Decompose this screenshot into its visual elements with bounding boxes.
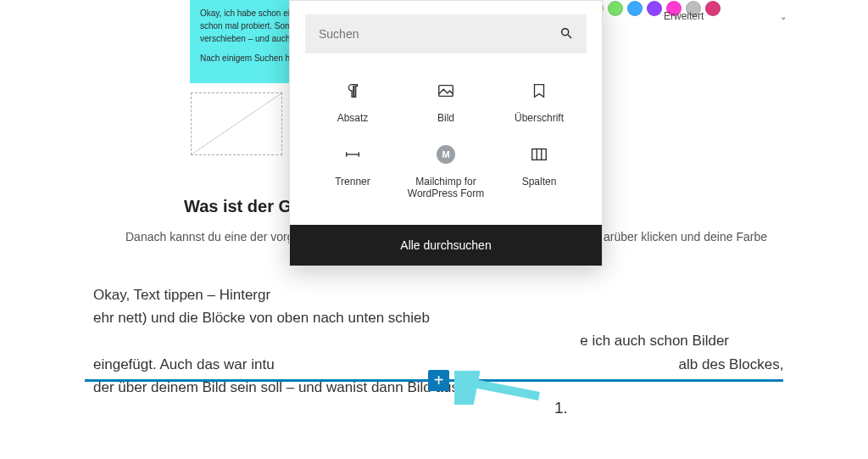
color-swatch[interactable] [705,1,721,16]
color-swatch[interactable] [627,1,643,16]
color-swatch[interactable] [608,1,623,16]
block-absatz[interactable]: Absatz [310,81,395,124]
subtext-right: arüber klicken und deine Farbe [604,230,767,243]
plus-icon: + [434,371,444,389]
block-label: Mailchimp for WordPress Form [403,176,488,199]
block-inserter-popover: Absatz Bild Überschrift Trenner M Mailch… [289,0,603,266]
block-label: Trenner [335,176,370,188]
image-placeholder[interactable] [191,92,282,155]
block-mailchimp[interactable]: M Mailchimp for WordPress Form [403,144,488,199]
block-ueberschrift[interactable]: Überschrift [497,81,581,124]
separator-icon [342,144,363,165]
svg-line-5 [568,35,571,38]
bookmark-icon [529,81,549,101]
image-icon [436,81,456,101]
chevron-down-icon[interactable]: ⌄ [780,12,787,21]
block-label: Absatz [337,112,369,124]
subtext-left: Danach kannst du eine der vorg [125,230,293,243]
block-spalten[interactable]: Spalten [497,144,581,199]
block-trenner[interactable]: Trenner [310,144,395,199]
annotation-label-1: 1. [554,399,568,417]
block-label: Spalten [522,176,557,188]
browse-all-button[interactable]: Alle durchsuchen [290,225,602,266]
block-label: Bild [437,112,454,124]
paragraph-icon [342,81,363,101]
columns-icon [529,144,549,165]
add-block-button[interactable]: + [428,370,449,391]
svg-rect-10 [532,149,547,160]
block-search-input[interactable] [319,27,559,41]
svg-point-4 [562,28,569,35]
block-label: Überschrift [515,112,564,124]
color-swatch[interactable] [647,1,662,16]
block-grid: Absatz Bild Überschrift Trenner M Mailch… [290,64,602,225]
block-bild[interactable]: Bild [403,81,488,124]
sidebar-advanced-label[interactable]: Erweitert [664,10,704,22]
search-icon[interactable] [559,26,573,42]
mailchimp-icon: M [436,144,456,165]
block-search-bar[interactable] [305,14,587,53]
